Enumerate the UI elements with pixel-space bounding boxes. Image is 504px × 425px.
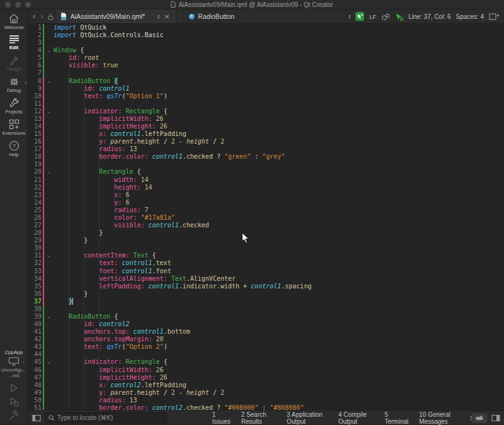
nav-back-icon[interactable]: ‹	[30, 10, 38, 23]
line-number[interactable]: 5	[28, 54, 42, 62]
mode-selector: WelcomeEditDesignDebug›ProjectsExtension…	[0, 11, 28, 159]
line-number[interactable]: 13	[28, 115, 42, 123]
line-number[interactable]: 7	[28, 69, 42, 77]
output-pane-terminal[interactable]: 5 Terminal	[384, 411, 408, 425]
output-pane-application-output[interactable]: 3 Application Output	[287, 411, 328, 425]
run-button[interactable]	[8, 381, 20, 395]
fold-marker[interactable]: ›	[44, 47, 54, 54]
line-number[interactable]: 34	[28, 275, 42, 283]
line-number[interactable]: 8	[28, 77, 42, 85]
line-number[interactable]: 4	[28, 47, 42, 54]
stepper-icon[interactable]: ▴▾	[158, 14, 159, 20]
panel-right-icon[interactable]	[491, 414, 500, 422]
minimize-window-button[interactable]	[15, 2, 21, 8]
line-number[interactable]: 44	[28, 351, 42, 358]
sidebar-item-debug[interactable]: Debug›	[0, 74, 28, 95]
line-ending-indicator[interactable]: LF	[369, 13, 376, 20]
line-number[interactable]: 47	[28, 374, 42, 382]
line-number[interactable]: 51	[28, 404, 42, 410]
line-number[interactable]: 30	[28, 244, 42, 252]
line-number[interactable]: 10	[28, 93, 42, 100]
line-number[interactable]: 28	[28, 229, 42, 237]
line-number[interactable]: 20	[28, 168, 42, 176]
split-editor-icon[interactable]	[489, 13, 500, 21]
line-number[interactable]: 43	[28, 343, 42, 351]
line-number[interactable]: 35	[28, 283, 42, 290]
code-line: 5 id: root	[28, 54, 504, 62]
close-icon[interactable]: ✕	[163, 13, 171, 20]
line-number[interactable]: 40	[28, 320, 42, 328]
line-number[interactable]: 46	[28, 366, 42, 374]
line-number[interactable]: 24	[28, 199, 42, 207]
sidebar-item-welcome[interactable]: Welcome	[0, 11, 28, 32]
indent-settings[interactable]: Spaces: 4	[456, 13, 484, 20]
line-number[interactable]: 25	[28, 207, 42, 214]
run-debug-button[interactable]	[8, 395, 20, 409]
line-number[interactable]: 18	[28, 153, 42, 161]
line-number[interactable]: 15	[28, 130, 42, 138]
nav-forward-icon[interactable]: ›	[38, 10, 45, 23]
output-pane-general-messages[interactable]: 10 General Messages	[419, 411, 464, 425]
locator-input[interactable]	[57, 414, 163, 421]
line-number[interactable]: 41	[28, 328, 42, 336]
line-number[interactable]: 6	[28, 62, 42, 69]
device-indicator-button[interactable]	[472, 413, 487, 423]
line-number[interactable]: 19	[28, 161, 42, 168]
line-number[interactable]: 26	[28, 214, 42, 222]
line-number[interactable]: 14	[28, 123, 42, 130]
output-pane-search-results[interactable]: 2 Search Results	[241, 411, 276, 425]
line-number[interactable]: 1	[28, 24, 42, 31]
fold-marker[interactable]: ›	[44, 168, 54, 176]
code-line: 24 y: 6	[28, 199, 504, 207]
line-number[interactable]: 11	[28, 100, 42, 108]
zoom-window-button[interactable]	[25, 2, 31, 8]
line-number[interactable]: 9	[28, 85, 42, 93]
tab-radiobutton[interactable]: RadioButton	[184, 13, 239, 20]
close-window-button[interactable]	[5, 2, 11, 8]
line-number[interactable]: 23	[28, 191, 42, 199]
line-number[interactable]: 17	[28, 145, 42, 153]
line-number[interactable]: 2	[28, 31, 42, 39]
line-number[interactable]: 39	[28, 313, 42, 320]
line-number[interactable]: 38	[28, 305, 42, 313]
sidebar-item-extensions[interactable]: Extensions	[0, 116, 28, 138]
line-number[interactable]: 49	[28, 389, 42, 397]
fold-marker[interactable]: ›	[44, 313, 54, 320]
line-number[interactable]: 32	[28, 259, 42, 267]
line-number[interactable]: 21	[28, 176, 42, 184]
encoding-icon[interactable]	[381, 13, 390, 21]
panel-left-icon[interactable]	[28, 414, 45, 422]
locator-box[interactable]	[45, 412, 167, 423]
fold-marker[interactable]: ›	[44, 252, 54, 259]
output-pane-compile-output[interactable]: 4 Compile Output	[338, 411, 374, 425]
line-number[interactable]: 27	[28, 222, 42, 229]
sidebar-item-projects[interactable]: Projects	[0, 95, 28, 116]
fold-marker[interactable]: ›	[44, 358, 54, 366]
build-button[interactable]	[8, 409, 20, 425]
fold-marker[interactable]: ›	[44, 77, 54, 85]
line-number[interactable]: 37	[28, 298, 42, 305]
line-number[interactable]: 3	[28, 39, 42, 47]
output-pane-issues[interactable]: 1 Issues	[212, 411, 231, 425]
code-editor[interactable]: 1import QtQuick2import QtQuick.Controls.…	[28, 24, 504, 410]
kit-selector[interactable]: CppApp › Unconfigu... ...red	[1, 349, 26, 381]
line-number[interactable]: 33	[28, 268, 42, 275]
tab-main-qml[interactable]: AiAssistantv09/Main.qml* ▴▾ ✕	[57, 9, 176, 23]
line-number[interactable]: 16	[28, 138, 42, 145]
stepper-icon[interactable]: ▴▾	[348, 14, 350, 20]
sidebar-item-edit[interactable]: Edit	[0, 32, 28, 52]
line-number[interactable]: 36	[28, 290, 42, 298]
line-number[interactable]: 31	[28, 252, 42, 259]
line-number[interactable]: 29	[28, 237, 42, 244]
line-number[interactable]: 12	[28, 108, 42, 115]
sidebar-item-help[interactable]: ?Help	[0, 138, 28, 159]
line-number[interactable]: 42	[28, 336, 42, 343]
line-number[interactable]: 45	[28, 358, 42, 366]
line-number[interactable]: 50	[28, 397, 42, 404]
line-number[interactable]: 22	[28, 184, 42, 191]
lock-icon[interactable]	[47, 13, 54, 20]
fold-marker[interactable]: ›	[44, 108, 54, 115]
qml-preview-icon[interactable]	[395, 13, 403, 21]
line-number[interactable]: 48	[28, 382, 42, 389]
annotate-icon[interactable]	[355, 12, 364, 21]
